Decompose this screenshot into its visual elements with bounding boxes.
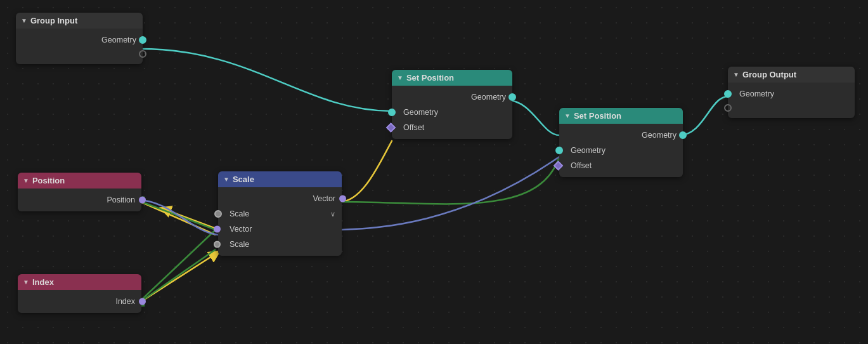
- position-out-row: Position: [18, 192, 141, 208]
- chevron-icon: ▼: [21, 17, 27, 24]
- position-output[interactable]: [138, 195, 148, 205]
- chevron-icon: ▼: [23, 279, 29, 286]
- set-position-1-header: ▼ Set Position: [392, 70, 512, 86]
- geometry-output-socket[interactable]: [139, 36, 146, 44]
- chevron-icon: ▼: [564, 112, 571, 119]
- set-position-1-title: Set Position: [406, 73, 454, 83]
- scale-vector-input[interactable]: [212, 224, 223, 234]
- set-position-2-title: Set Position: [574, 111, 621, 121]
- geometry-out-label: Geometry: [471, 93, 506, 102]
- go-extra-input[interactable]: [724, 104, 732, 112]
- offset-label: Offset: [571, 161, 592, 170]
- position-header: ▼ Position: [18, 173, 141, 189]
- sp1-geo-input[interactable]: [388, 109, 396, 116]
- set-position-2-node[interactable]: ▼ Set Position Geometry Geometry Offset: [559, 108, 683, 177]
- scale-scale-in-row: Scale: [218, 237, 342, 252]
- position-node[interactable]: ▼ Position Position: [18, 173, 141, 211]
- sp2-geo-input[interactable]: [555, 147, 563, 154]
- geometry-label: Geometry: [101, 36, 136, 44]
- index-output[interactable]: [138, 296, 148, 307]
- sp1-geo-out-row: Geometry: [392, 89, 512, 105]
- group-output-node[interactable]: ▼ Group Output Geometry: [728, 67, 855, 118]
- set-position-2-body: Geometry Geometry Offset: [559, 124, 683, 177]
- group-input-geometry-row: Geometry: [16, 32, 143, 48]
- sp2-geo-out-row: Geometry: [559, 128, 683, 143]
- position-label: Position: [107, 195, 135, 204]
- scale-vector-in-row: Vector: [218, 222, 342, 237]
- go-extra-row: [728, 102, 855, 114]
- index-node[interactable]: ▼ Index Index: [18, 274, 141, 313]
- sp2-offset-input[interactable]: [554, 161, 564, 171]
- index-label: Index: [115, 297, 135, 306]
- sp2-geo-in-row: Geometry: [559, 143, 683, 158]
- sp1-geo-in-row: Geometry: [392, 105, 512, 120]
- index-out-row: Index: [18, 294, 141, 309]
- set-position-1-node[interactable]: ▼ Set Position Geometry Geometry Offset: [392, 70, 512, 139]
- scale-node[interactable]: ▼ Scale Vector Scale ∨ Vector Scale: [218, 171, 342, 256]
- scale-input-row: Scale ∨: [218, 206, 342, 222]
- extra-output-socket[interactable]: [139, 50, 146, 58]
- chevron-icon: ▼: [223, 176, 230, 183]
- position-title: Position: [32, 176, 65, 185]
- scale-mode-input[interactable]: [214, 210, 222, 218]
- sp2-offset-row: Offset: [559, 158, 683, 173]
- offset-label: Offset: [403, 123, 424, 132]
- go-geo-row: Geometry: [728, 86, 855, 102]
- index-header: ▼ Index: [18, 274, 141, 290]
- position-body: Position: [18, 189, 141, 211]
- index-body: Index: [18, 290, 141, 313]
- group-output-header: ▼ Group Output: [728, 67, 855, 83]
- scale-vector-output[interactable]: [338, 194, 348, 204]
- sp2-geo-output[interactable]: [679, 131, 687, 139]
- geometry-in-label: Geometry: [403, 108, 438, 117]
- sp1-offset-row: Offset: [392, 120, 512, 135]
- geometry-in-label: Geometry: [571, 146, 606, 155]
- sp1-geo-output[interactable]: [508, 93, 516, 101]
- group-input-extra-row: [16, 48, 143, 60]
- geometry-label: Geometry: [739, 89, 774, 98]
- group-input-header: ▼ Group Input: [16, 13, 143, 29]
- chevron-icon: ▼: [397, 74, 403, 81]
- scale-label: Scale: [230, 209, 249, 218]
- scale-title: Scale: [233, 175, 254, 184]
- scale-body: Vector Scale ∨ Vector Scale: [218, 187, 342, 256]
- scale-scale-input[interactable]: [212, 239, 223, 249]
- group-output-body: Geometry: [728, 83, 855, 118]
- vector-out-label: Vector: [313, 194, 335, 203]
- group-input-node[interactable]: ▼ Group Input Geometry: [16, 13, 143, 64]
- go-geo-input[interactable]: [724, 90, 732, 98]
- set-position-2-header: ▼ Set Position: [559, 108, 683, 124]
- scale-dropdown-indicator: ∨: [330, 210, 335, 218]
- sp1-offset-input[interactable]: [386, 122, 396, 133]
- group-input-body: Geometry: [16, 29, 143, 64]
- index-title: Index: [32, 277, 54, 287]
- chevron-icon: ▼: [733, 71, 739, 78]
- scale-vector-out-row: Vector: [218, 191, 342, 206]
- vector-in-label: Vector: [230, 225, 252, 234]
- set-position-1-body: Geometry Geometry Offset: [392, 86, 512, 139]
- group-input-title: Group Input: [30, 16, 77, 25]
- group-output-title: Group Output: [742, 70, 796, 79]
- geometry-out-label: Geometry: [642, 131, 677, 140]
- chevron-icon: ▼: [23, 177, 29, 184]
- scale-scale-label: Scale: [230, 240, 249, 249]
- scale-header: ▼ Scale: [218, 171, 342, 187]
